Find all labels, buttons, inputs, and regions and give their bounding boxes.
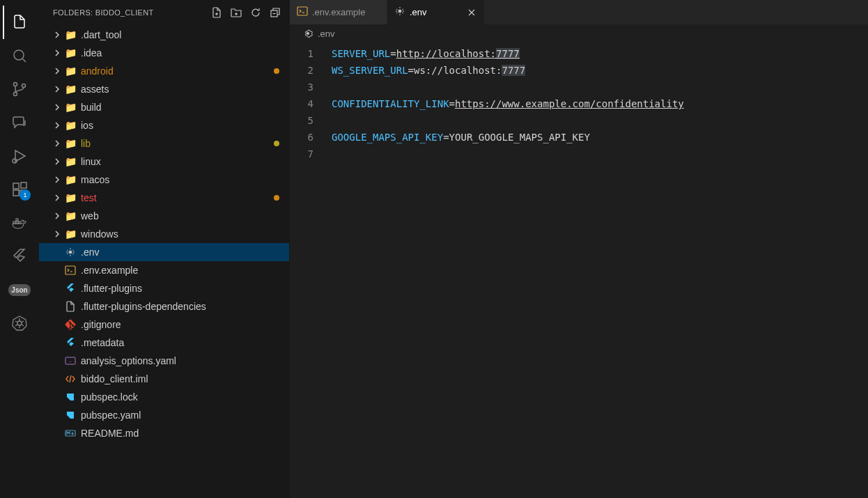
file-label: .env <box>81 247 279 258</box>
svg-point-3 <box>14 93 17 96</box>
run-debug-button[interactable] <box>3 139 36 173</box>
json-button[interactable]: Json <box>3 273 36 306</box>
folder-web[interactable]: 📁web <box>39 207 289 225</box>
tab-file-icon <box>297 6 308 19</box>
chevron-right-icon <box>53 49 64 57</box>
explorer-button[interactable] <box>3 6 36 39</box>
status-dot <box>274 68 279 74</box>
file-.metadata[interactable]: .metadata <box>39 334 289 352</box>
source-control-button[interactable] <box>3 72 36 106</box>
file-label: biddo_client.iml <box>81 373 279 384</box>
file-label: .flutter-plugins <box>81 283 279 294</box>
folder-icon: 📁 <box>64 101 77 114</box>
svg-line-1 <box>23 59 26 63</box>
docker-button[interactable] <box>3 206 36 240</box>
file-.gitignore[interactable]: .gitignore <box>39 316 289 334</box>
file-icon <box>64 282 77 295</box>
chevron-right-icon <box>53 212 64 220</box>
folder-icon: 📁 <box>64 173 77 186</box>
svg-text:~: ~ <box>69 359 72 364</box>
extensions-button[interactable]: 1 <box>3 173 36 206</box>
folder-icon: 📁 <box>64 192 77 204</box>
file-.env[interactable]: .env <box>39 243 289 261</box>
tab-.env[interactable]: .env <box>387 0 485 24</box>
tab-.env.example[interactable]: .env.example <box>290 0 387 24</box>
new-folder-icon[interactable] <box>231 7 242 18</box>
folder-ios[interactable]: 📁ios <box>39 116 289 134</box>
code-line-1[interactable]: SERVER_URL=http://localhost:7777 <box>332 45 868 62</box>
code-line-4[interactable]: CONFIDENTIALITY_LINK=https://www.example… <box>332 95 868 112</box>
line-gutter: 1234567 <box>290 45 332 498</box>
folder-label: test <box>81 192 274 203</box>
flutter-button[interactable] <box>3 240 36 273</box>
folder-assets[interactable]: 📁assets <box>39 80 289 98</box>
search-icon <box>11 47 28 64</box>
folder-icon: 📁 <box>64 119 77 132</box>
chat-icon <box>11 114 28 131</box>
file-icon <box>64 427 77 439</box>
code-line-2[interactable]: WS_SERVER_URL=ws://localhost:7777 <box>332 62 868 79</box>
extensions-badge: 1 <box>20 189 31 201</box>
collapse-all-icon[interactable] <box>270 7 281 18</box>
folder-label: web <box>81 210 279 221</box>
chevron-right-icon <box>53 103 64 111</box>
code-line-6[interactable]: GOOGLE_MAPS_API_KEY=YOUR_GOOGLE_MAPS_API… <box>332 129 868 146</box>
file-.flutter-plugins[interactable]: .flutter-plugins <box>39 279 289 297</box>
svg-point-16 <box>17 321 22 325</box>
folder-lib[interactable]: 📁lib <box>39 134 289 153</box>
chat-button[interactable] <box>3 106 36 139</box>
folder-test[interactable]: 📁test <box>39 189 289 207</box>
code-line-5[interactable] <box>332 112 868 129</box>
file-.flutter-plugins-dependencies[interactable]: .flutter-plugins-dependencies <box>39 297 289 316</box>
file-icon <box>64 336 77 349</box>
file-.env.example[interactable]: .env.example <box>39 261 289 279</box>
file-label: .gitignore <box>81 319 279 330</box>
refresh-icon[interactable] <box>250 7 261 18</box>
file-pubspec.lock[interactable]: pubspec.lock <box>39 388 289 406</box>
svg-line-21 <box>15 325 18 327</box>
folder-label: windows <box>81 228 279 240</box>
svg-line-19 <box>15 321 18 322</box>
svg-line-20 <box>22 321 24 322</box>
code-lines[interactable]: SERVER_URL=http://localhost:7777WS_SERVE… <box>332 45 868 498</box>
file-analysis_options.yaml[interactable]: ~analysis_options.yaml <box>39 352 289 370</box>
folder-windows[interactable]: 📁windows <box>39 225 289 243</box>
file-label: .flutter-plugins-dependencies <box>81 301 279 312</box>
folder-.dart_tool[interactable]: 📁.dart_tool <box>39 26 289 44</box>
chevron-right-icon <box>53 194 64 202</box>
editor-tabs: .env.example.env <box>290 0 868 24</box>
tab-label: .env <box>410 7 427 17</box>
file-label: pubspec.yaml <box>81 410 279 421</box>
folder-label: macos <box>81 174 279 185</box>
search-button[interactable] <box>3 39 36 72</box>
file-pubspec.yaml[interactable]: pubspec.yaml <box>39 406 289 424</box>
folder-label: build <box>81 102 279 113</box>
folder-android[interactable]: 📁android <box>39 62 289 80</box>
folder-icon: 📁 <box>64 210 77 222</box>
new-file-icon[interactable] <box>211 7 222 18</box>
svg-rect-30 <box>65 266 75 274</box>
code-line-3[interactable] <box>332 79 868 95</box>
chevron-right-icon <box>53 121 64 130</box>
file-tree[interactable]: 📁.dart_tool📁.idea📁android📁assets📁build📁i… <box>39 24 289 498</box>
kubernetes-button[interactable] <box>3 306 36 340</box>
files-icon <box>11 14 28 31</box>
activity-bar: 1 Json <box>0 0 39 498</box>
code-editor[interactable]: 1234567 SERVER_URL=http://localhost:7777… <box>290 42 868 498</box>
folder-build[interactable]: 📁build <box>39 98 289 116</box>
folder-.idea[interactable]: 📁.idea <box>39 44 289 62</box>
code-line-7[interactable] <box>332 146 868 162</box>
file-icon <box>64 409 77 421</box>
folder-label: android <box>81 65 274 77</box>
folder-macos[interactable]: 📁macos <box>39 171 289 189</box>
file-icon <box>64 264 77 277</box>
file-biddo_client.iml[interactable]: biddo_client.iml <box>39 370 289 388</box>
breadcrumb[interactable]: .env <box>290 24 868 42</box>
play-bug-icon <box>11 148 28 164</box>
svg-point-0 <box>14 50 24 60</box>
chevron-right-icon <box>53 31 64 39</box>
close-icon[interactable] <box>466 7 477 18</box>
folder-linux[interactable]: 📁linux <box>39 153 289 171</box>
file-README.md[interactable]: README.md <box>39 424 289 442</box>
editor-area: .env.example.env .env 1234567 SERVER_URL… <box>290 0 868 498</box>
